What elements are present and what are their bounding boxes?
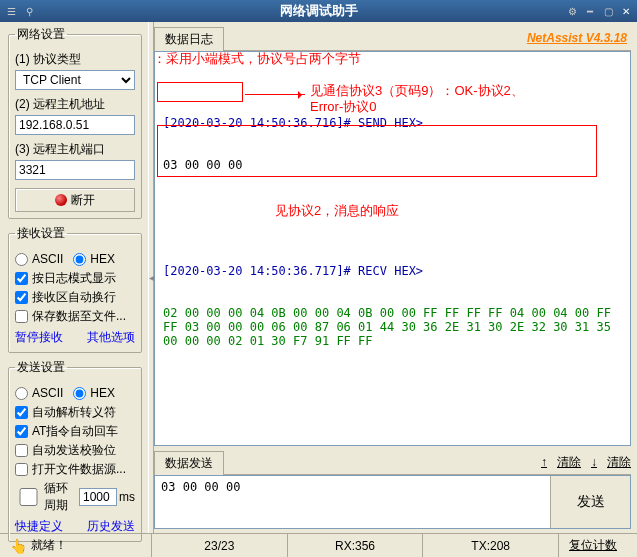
host-label: (2) 远程主机地址 (15, 96, 135, 113)
recv-settings-legend: 接收设置 (15, 225, 67, 242)
right-panel: 数据日志 NetAssist V4.3.18 协议：采用小端模式，协议号占两个字… (154, 22, 637, 533)
pause-recv-link[interactable]: 暂停接收 (15, 329, 63, 346)
send-ascii-radio[interactable]: ASCII (15, 386, 63, 400)
reset-count-link[interactable]: 复位计数 (559, 534, 637, 557)
other-options-link[interactable]: 其他选项 (87, 329, 135, 346)
clear-send-link[interactable]: 清除 (607, 454, 631, 471)
brand-label[interactable]: NetAssist V4.3.18 (527, 31, 631, 45)
status-bar: 👆 就绪！ 23/23 RX:356 TX:208 复位计数 (0, 533, 637, 557)
recv-opt-savefile[interactable]: 保存数据至文件... (15, 308, 135, 325)
nav-prev-button[interactable]: ↑ (541, 455, 547, 469)
send-input[interactable]: 03 00 00 00 (155, 476, 550, 528)
send-tab-header: 数据发送 ↑ 清除 ↓ 清除 (154, 450, 631, 475)
send-opt-file[interactable]: 打开文件数据源... (15, 461, 135, 478)
send-opt-at[interactable]: AT指令自动回车 (15, 423, 135, 440)
nav-next-button[interactable]: ↓ (591, 455, 597, 469)
tab-datalog[interactable]: 数据日志 (154, 27, 224, 51)
send-button[interactable]: 发送 (550, 476, 630, 528)
protocol-label: (1) 协议类型 (15, 51, 135, 68)
network-settings-group: 网络设置 (1) 协议类型 TCP Client (2) 远程主机地址 (3) … (8, 26, 142, 219)
recv-hex: 02 00 00 00 04 0B 00 00 04 0B 00 00 FF F… (163, 306, 622, 348)
recv-opt-autowrap[interactable]: 接收区自动换行 (15, 289, 135, 306)
status-ready: 就绪！ (31, 537, 67, 554)
recv-meta: [2020-03-20 14:50:36.717]# RECV HEX> (163, 264, 622, 278)
tab-datasend[interactable]: 数据发送 (154, 451, 224, 475)
clear-recv-link[interactable]: 清除 (557, 454, 581, 471)
annotation-error: Error-协议0 (310, 98, 376, 116)
maximize-icon[interactable]: ▢ (601, 4, 615, 18)
pointer-icon: 👆 (10, 538, 27, 554)
window-title: 网络调试助手 (280, 2, 358, 20)
close-icon[interactable]: ✕ (619, 4, 633, 18)
send-settings-legend: 发送设置 (15, 359, 67, 376)
send-opt-escape[interactable]: 自动解析转义符 (15, 404, 135, 421)
menu-icon[interactable]: ☰ (4, 4, 18, 18)
port-input[interactable] (15, 160, 135, 180)
redbox-recv (157, 125, 597, 177)
quick-define-link[interactable]: 快捷定义 (15, 518, 63, 535)
send-area: 03 00 00 00 发送 (154, 475, 631, 529)
protocol-select[interactable]: TCP Client (15, 70, 135, 90)
log-tab-header: 数据日志 NetAssist V4.3.18 (154, 26, 631, 51)
annotation-response: 见协议2，消息的响应 (275, 202, 399, 220)
minimize-icon[interactable]: ━ (583, 4, 597, 18)
recv-opt-logmode[interactable]: 按日志模式显示 (15, 270, 135, 287)
title-bar: ☰ ⚲ 网络调试助手 ⚙ ━ ▢ ✕ (0, 0, 637, 22)
status-rx: RX:356 (288, 534, 424, 557)
send-opt-checksum[interactable]: 自动发送校验位 (15, 442, 135, 459)
send-hex-radio[interactable]: HEX (73, 386, 115, 400)
recv-ascii-radio[interactable]: ASCII (15, 252, 63, 266)
annotation-protocol: 协议：采用小端模式，协议号占两个字节 (154, 51, 361, 68)
loop-checkbox[interactable] (15, 488, 42, 506)
log-area[interactable]: 协议：采用小端模式，协议号占两个字节 [2020-03-20 14:50:36.… (154, 51, 631, 446)
port-label: (3) 远程主机端口 (15, 141, 135, 158)
settings-icon[interactable]: ⚙ (565, 4, 579, 18)
status-tx: TX:208 (423, 534, 559, 557)
disconnect-button[interactable]: 断开 (15, 188, 135, 212)
network-settings-legend: 网络设置 (15, 26, 67, 43)
send-settings-group: 发送设置 ASCII HEX 自动解析转义符 AT指令自动回车 自动发送校验位 … (8, 359, 142, 542)
history-send-link[interactable]: 历史发送 (87, 518, 135, 535)
send-loop-row: 循环周期 ms (15, 480, 135, 514)
loop-period-input[interactable] (79, 488, 117, 506)
arrow-1 (245, 94, 305, 95)
redbox-send (157, 82, 243, 102)
pin-icon[interactable]: ⚲ (22, 4, 36, 18)
host-input[interactable] (15, 115, 135, 135)
left-panel: 网络设置 (1) 协议类型 TCP Client (2) 远程主机地址 (3) … (0, 22, 148, 533)
recv-settings-group: 接收设置 ASCII HEX 按日志模式显示 接收区自动换行 保存数据至文件..… (8, 225, 142, 353)
record-icon (55, 194, 67, 206)
annotation-ok: 见通信协议3（页码9）：OK-协议2、 (310, 82, 524, 100)
status-count: 23/23 (152, 534, 288, 557)
recv-hex-radio[interactable]: HEX (73, 252, 115, 266)
